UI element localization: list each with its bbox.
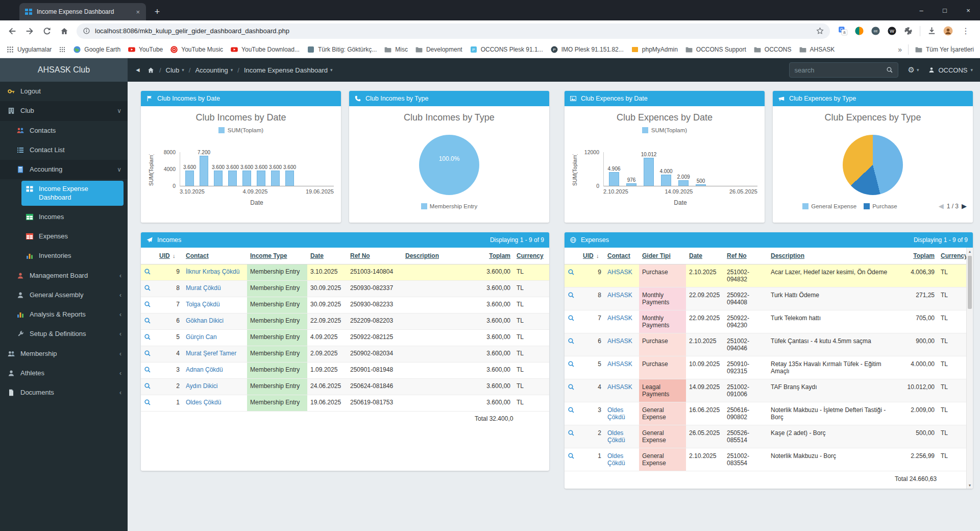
row-detail-button[interactable] bbox=[568, 292, 575, 299]
sidebar-item-club[interactable]: Club∨ bbox=[0, 101, 128, 120]
sidebar-item-inventories[interactable]: Inventories bbox=[0, 246, 128, 266]
scroll-up-icon[interactable]: ▴ bbox=[967, 248, 973, 255]
cell-detail[interactable] bbox=[565, 448, 580, 471]
bookmark-item-youtube-music[interactable]: YouTube Music bbox=[170, 45, 223, 54]
row-detail-button[interactable] bbox=[144, 333, 151, 341]
sidebar-item-setup-definitions[interactable]: Setup & Definitions‹ bbox=[0, 324, 128, 344]
row-detail-button[interactable] bbox=[144, 350, 151, 357]
bookmark-item-occons[interactable]: OCCONS bbox=[753, 45, 792, 54]
col-header-contact[interactable]: Contact bbox=[604, 248, 639, 264]
breadcrumb-home[interactable] bbox=[147, 66, 155, 74]
bookmark-item-youtube-download[interactable]: YouTube Download... bbox=[230, 45, 300, 54]
row-detail-button[interactable] bbox=[568, 337, 575, 345]
row-detail-button[interactable] bbox=[568, 429, 575, 437]
sidebar-item-documents[interactable]: Documents‹ bbox=[0, 383, 128, 402]
cell-detail[interactable] bbox=[565, 310, 580, 333]
contact-link[interactable]: Aydın Dikici bbox=[186, 382, 217, 390]
bookmark-item-phpmyadmin[interactable]: phpMyAdmin bbox=[631, 45, 678, 54]
col-header-currency[interactable]: Currency bbox=[938, 248, 966, 264]
row-detail-button[interactable] bbox=[568, 406, 575, 414]
bookmark-item-ahsask[interactable]: AHSASK bbox=[799, 45, 835, 54]
row-detail-button[interactable] bbox=[568, 383, 575, 391]
cell-detail[interactable] bbox=[141, 379, 156, 395]
bookmarks-overflow-button[interactable]: » bbox=[898, 45, 902, 54]
col-header-currency[interactable]: Currency bbox=[513, 248, 549, 264]
row-detail-button[interactable] bbox=[568, 269, 575, 276]
all-bookmarks-button[interactable]: Tüm Yer İşaretleri bbox=[915, 45, 974, 54]
contact-link[interactable]: Oldes Çökdü bbox=[186, 399, 221, 406]
sidebar-item-general-assembly[interactable]: General Assembly‹ bbox=[0, 285, 128, 305]
pager-prev-button[interactable]: ◀ bbox=[939, 202, 944, 210]
cell-detail[interactable] bbox=[565, 333, 580, 356]
row-detail-button[interactable] bbox=[144, 366, 151, 373]
sidebar-item-management-board[interactable]: Management Board‹ bbox=[0, 266, 128, 285]
cell-detail[interactable] bbox=[565, 425, 580, 448]
apps-grid-icon[interactable] bbox=[59, 46, 66, 53]
row-detail-button[interactable] bbox=[568, 360, 575, 368]
bookmark-star-icon[interactable] bbox=[816, 27, 824, 35]
contact-link[interactable]: Murat Çökdü bbox=[186, 284, 221, 292]
row-detail-button[interactable] bbox=[568, 315, 575, 322]
sidebar-item-membership[interactable]: Membership‹ bbox=[0, 344, 128, 364]
search-icon[interactable] bbox=[886, 66, 893, 74]
bookmark-item-occons-support[interactable]: OCCONS Support bbox=[685, 45, 746, 54]
bookmark-item-occons-plesk-91-1[interactable]: POCCONS Plesk 91.1... bbox=[470, 45, 543, 54]
contact-link[interactable]: Adnan Çökdü bbox=[186, 366, 223, 373]
col-header-uid[interactable]: UID ↓ bbox=[156, 248, 183, 264]
extension-cc-icon[interactable]: cc bbox=[871, 26, 880, 36]
contact-link[interactable]: AHSASK bbox=[607, 337, 632, 345]
extension-w-icon[interactable]: W bbox=[887, 26, 897, 36]
bookmark-item-imo-plesk-91-151-82[interactable]: PIMO Plesk 91.151.82... bbox=[550, 45, 624, 54]
contact-link[interactable]: Oldes Çökdü bbox=[607, 452, 625, 467]
scrollbar-thumb[interactable] bbox=[968, 256, 972, 309]
breadcrumb-item-club[interactable]: Club▾ bbox=[166, 66, 184, 74]
row-detail-button[interactable] bbox=[144, 399, 151, 406]
tab-close-icon[interactable]: × bbox=[135, 8, 141, 16]
col-header-toplam[interactable]: Toplam bbox=[892, 248, 938, 264]
row-detail-button[interactable] bbox=[144, 268, 151, 275]
sidebar-item-athletes[interactable]: Athletes‹ bbox=[0, 364, 128, 383]
col-header-income-type[interactable]: Income Type bbox=[247, 248, 307, 264]
sidebar-item-income-expense-dashboard[interactable]: Income Expense Dashboard bbox=[21, 181, 124, 206]
contact-link[interactable]: AHSASK bbox=[607, 383, 632, 391]
cell-detail[interactable] bbox=[565, 287, 580, 310]
cell-detail[interactable] bbox=[565, 402, 580, 425]
col-header-date[interactable]: Date bbox=[686, 248, 724, 264]
browser-menu-icon[interactable]: ⋮ bbox=[960, 26, 972, 36]
downloads-icon[interactable] bbox=[927, 26, 937, 36]
cell-detail[interactable] bbox=[141, 297, 156, 313]
extensions-puzzle-icon[interactable] bbox=[903, 26, 913, 36]
window-minimize-button[interactable]: – bbox=[910, 0, 933, 20]
search-box[interactable] bbox=[789, 62, 898, 78]
contact-link[interactable]: AHSASK bbox=[607, 360, 632, 368]
row-detail-button[interactable] bbox=[568, 452, 575, 460]
sidebar-collapse-button[interactable]: ◄ bbox=[135, 66, 141, 74]
profile-avatar[interactable] bbox=[943, 26, 953, 36]
bookmark-item-t-rk-bitig-g-kt-rk[interactable]: Türk Bitig: Göktürkç... bbox=[307, 45, 377, 54]
col-header-description[interactable]: Description bbox=[402, 248, 472, 264]
sidebar-item-contact-list[interactable]: Contact List bbox=[0, 140, 128, 160]
contact-link[interactable]: AHSASK bbox=[607, 292, 632, 299]
pager-next-button[interactable]: ▶ bbox=[962, 202, 967, 210]
col-header-gider-tipi[interactable]: Gider Tipi bbox=[639, 248, 686, 264]
contact-link[interactable]: Oldes Çökdü bbox=[607, 406, 625, 421]
cell-detail[interactable] bbox=[565, 356, 580, 379]
row-detail-button[interactable] bbox=[144, 382, 151, 390]
col-header-contact[interactable]: Contact bbox=[183, 248, 247, 264]
sidebar-item-accounting[interactable]: Accounting∨ bbox=[0, 160, 128, 179]
user-menu[interactable]: OCCONS ▾ bbox=[928, 66, 973, 74]
cell-detail[interactable] bbox=[565, 379, 580, 402]
search-input[interactable] bbox=[794, 66, 883, 74]
contact-link[interactable]: Gökhan Dikici bbox=[186, 317, 224, 324]
sidebar-item-analysis-reports[interactable]: Analysis & Reports‹ bbox=[0, 305, 128, 324]
url-text[interactable]: localhost:8086/mkb_kulup_gelir_gider_das… bbox=[95, 27, 289, 35]
col-header-description[interactable]: Description bbox=[768, 248, 892, 264]
bookmark-item-development[interactable]: Development bbox=[415, 45, 462, 54]
scroll-down-icon[interactable]: ▾ bbox=[967, 481, 973, 489]
forward-button[interactable] bbox=[21, 23, 38, 39]
col-header-uid[interactable]: UID ↓ bbox=[580, 248, 604, 264]
cell-detail[interactable] bbox=[565, 264, 580, 287]
contact-link[interactable]: AHSASK bbox=[607, 269, 632, 276]
window-close-button[interactable]: × bbox=[957, 0, 980, 20]
col-header-ref-no[interactable]: Ref No bbox=[347, 248, 402, 264]
